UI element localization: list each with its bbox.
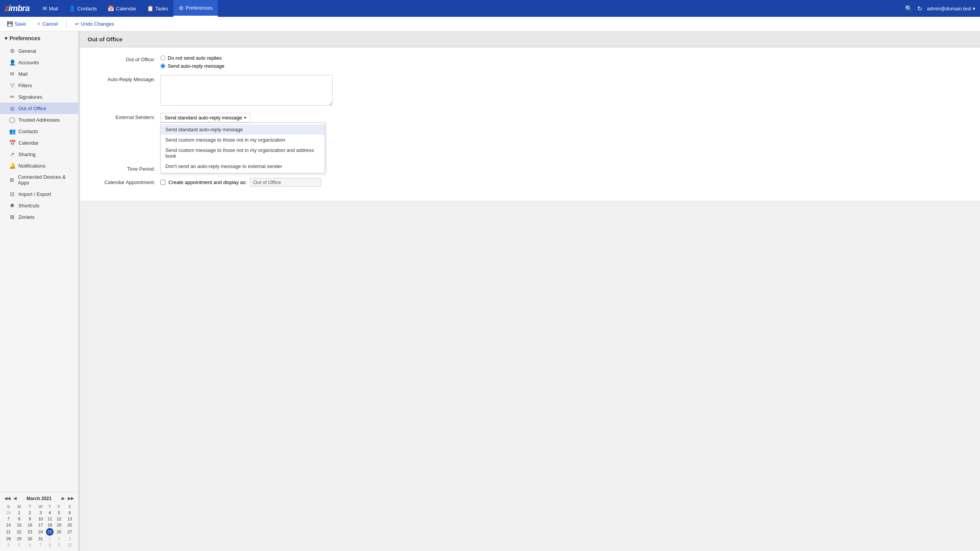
cal-day-cell[interactable]: 11 — [46, 516, 54, 522]
cal-day-cell[interactable]: 21 — [3, 528, 14, 536]
cancel-button[interactable]: ✕ Cancel — [34, 20, 60, 28]
signatures-icon: ✏ — [9, 94, 15, 100]
cal-day-cell[interactable]: 6 — [24, 542, 35, 548]
cal-prev-month-btn[interactable]: ◀ — [12, 496, 18, 501]
cal-day-cell[interactable]: 22 — [14, 528, 24, 536]
sidebar-label-shortcuts: Shortcuts — [18, 203, 39, 209]
cal-day-cell[interactable]: 4 — [3, 542, 14, 548]
cal-day-cell[interactable]: 25 — [46, 528, 54, 536]
dropdown-item-4[interactable]: Don't send an auto-reply message to exte… — [161, 161, 325, 171]
save-button[interactable]: 💾 Save — [5, 20, 28, 28]
toolbar: 💾 Save ✕ Cancel ↩ Undo Changes — [0, 17, 980, 31]
cal-day-cell[interactable]: 3 — [64, 536, 75, 542]
dropdown-item-3[interactable]: Send custom message to those not in my o… — [161, 145, 325, 161]
cal-day-cell[interactable]: 2 — [24, 510, 35, 516]
cal-day-cell[interactable]: 8 — [14, 516, 24, 522]
cal-day-cell[interactable]: 18 — [46, 522, 54, 528]
sidebar-item-shortcuts[interactable]: ✱ Shortcuts — [0, 200, 78, 211]
sidebar-item-filters[interactable]: ▽ Filters — [0, 80, 78, 91]
toolbar-divider — [66, 20, 67, 28]
sidebar-item-signatures[interactable]: ✏ Signatures — [0, 91, 78, 103]
collapse-icon: ▾ — [5, 35, 7, 41]
sidebar-item-notifications[interactable]: 🔔 Notifications — [0, 160, 78, 171]
trusted-icon: ◯ — [9, 117, 15, 123]
nav-preferences[interactable]: ⚙ Preferences — [173, 0, 218, 17]
dropdown-item-2[interactable]: Send custom message to those not in my o… — [161, 135, 325, 145]
nav-mail[interactable]: ✉ Mail — [37, 0, 64, 17]
cal-day-cell[interactable]: 28 — [3, 536, 14, 542]
cal-day-cell[interactable]: 16 — [24, 522, 35, 528]
cal-day-cell[interactable]: 28 — [3, 510, 14, 516]
cal-day-cell[interactable]: 7 — [3, 516, 14, 522]
cal-day-cell[interactable]: 27 — [64, 528, 75, 536]
cal-day-cell[interactable]: 31 — [35, 536, 46, 542]
refresh-button[interactable]: ↻ — [917, 5, 922, 12]
cal-day-cell[interactable]: 10 — [64, 542, 75, 548]
dropdown-item-1[interactable]: Send standard auto-reply message — [161, 124, 325, 135]
sidebar-item-general[interactable]: ⚙ General — [0, 45, 78, 57]
cal-day-cell[interactable]: 5 — [54, 510, 64, 516]
cal-day-cell[interactable]: 17 — [35, 522, 46, 528]
out-of-office-control: Do not send auto replies Send auto-reply… — [160, 55, 969, 69]
user-email: admin@domain.test — [927, 6, 971, 11]
cal-day-cell[interactable]: 24 — [35, 528, 46, 536]
cal-day-cell[interactable]: 3 — [35, 510, 46, 516]
cal-next-year-btn[interactable]: ▶▶ — [67, 496, 75, 501]
main-layout: ▾ Preferences ⚙ General 👤 Accounts ✉ Mai… — [0, 31, 980, 551]
sidebar-label-general: General — [18, 48, 36, 54]
user-menu[interactable]: admin@domain.test ▾ — [927, 6, 975, 11]
external-senders-dropdown-btn[interactable]: Send standard auto-reply message ▾ — [160, 113, 250, 122]
search-button[interactable]: 🔍 — [905, 5, 913, 12]
cal-day-cell[interactable]: 4 — [46, 510, 54, 516]
cal-day-cell[interactable]: 23 — [24, 528, 35, 536]
cal-day-cell[interactable]: 2 — [54, 536, 64, 542]
radio-no-auto-reply[interactable]: Do not send auto replies — [160, 55, 969, 61]
nav-contacts[interactable]: 👤 Contacts — [64, 0, 102, 17]
cal-day-cell[interactable]: 1 — [14, 510, 24, 516]
display-as-input[interactable] — [250, 178, 321, 187]
cal-day-cell[interactable]: 13 — [64, 516, 75, 522]
sidebar-item-import-export[interactable]: ⊟ Import / Export — [0, 188, 78, 200]
cal-day-cell[interactable]: 10 — [35, 516, 46, 522]
cal-day-cell[interactable]: 12 — [54, 516, 64, 522]
sidebar-item-mail[interactable]: ✉ Mail — [0, 68, 78, 80]
sidebar-item-sharing[interactable]: ↗ Sharing — [0, 148, 78, 160]
sidebar-item-accounts[interactable]: 👤 Accounts — [0, 57, 78, 68]
sidebar-item-zimlets[interactable]: ⊠ Zimlets — [0, 211, 78, 223]
cal-day-cell[interactable]: 26 — [54, 528, 64, 536]
cal-day-cell[interactable]: 9 — [24, 516, 35, 522]
radio-send-auto-reply[interactable]: Send auto-reply message — [160, 63, 969, 69]
radio-send-auto-reply-input[interactable] — [160, 64, 165, 68]
radio-no-auto-reply-input[interactable] — [160, 55, 165, 60]
cal-day-cell[interactable]: 30 — [24, 536, 35, 542]
cal-day-cell[interactable]: 14 — [3, 522, 14, 528]
cal-day-cell[interactable]: 8 — [46, 542, 54, 548]
auto-reply-textarea[interactable] — [160, 75, 333, 106]
sidebar-item-contacts[interactable]: 👥 Contacts — [0, 126, 78, 137]
sidebar-item-calendar[interactable]: 📅 Calendar — [0, 137, 78, 148]
nav-tasks[interactable]: 📋 Tasks — [142, 0, 173, 17]
cal-day-cell[interactable]: 15 — [14, 522, 24, 528]
nav-calendar-label: Calendar — [116, 6, 136, 11]
cal-day-cell[interactable]: 19 — [54, 522, 64, 528]
create-appt-checkbox[interactable] — [160, 180, 165, 185]
sidebar-header[interactable]: ▾ Preferences — [0, 31, 78, 45]
undo-button[interactable]: ↩ Undo Changes — [73, 20, 116, 28]
sidebar-item-connected-devices[interactable]: ⊞ Connected Devices & Apps — [0, 171, 78, 188]
cal-day-cell[interactable]: 5 — [14, 542, 24, 548]
cal-day-cell[interactable]: 9 — [54, 542, 64, 548]
sidebar-label-connected-devices: Connected Devices & Apps — [18, 174, 74, 186]
cal-appt-row: Create appointment and display as: — [160, 178, 969, 187]
cal-day-cell[interactable]: 29 — [14, 536, 24, 542]
cal-prev-year-btn[interactable]: ◀◀ — [3, 496, 11, 501]
cal-next-month-btn[interactable]: ▶ — [60, 496, 66, 501]
nav-calendar[interactable]: 📅 Calendar — [102, 0, 142, 17]
external-senders-dropdown-menu: Send standard auto-reply message Send cu… — [160, 122, 325, 173]
cal-day-cell[interactable]: 7 — [35, 542, 46, 548]
sidebar-item-trusted-addresses[interactable]: ◯ Trusted Addresses — [0, 114, 78, 126]
cal-day-cell[interactable]: 1 — [46, 536, 54, 542]
sidebar-label-notifications: Notifications — [18, 163, 46, 169]
cal-day-cell[interactable]: 20 — [64, 522, 75, 528]
cal-day-cell[interactable]: 6 — [64, 510, 75, 516]
sidebar-item-out-of-office[interactable]: ◎ Out of Office — [0, 103, 78, 114]
